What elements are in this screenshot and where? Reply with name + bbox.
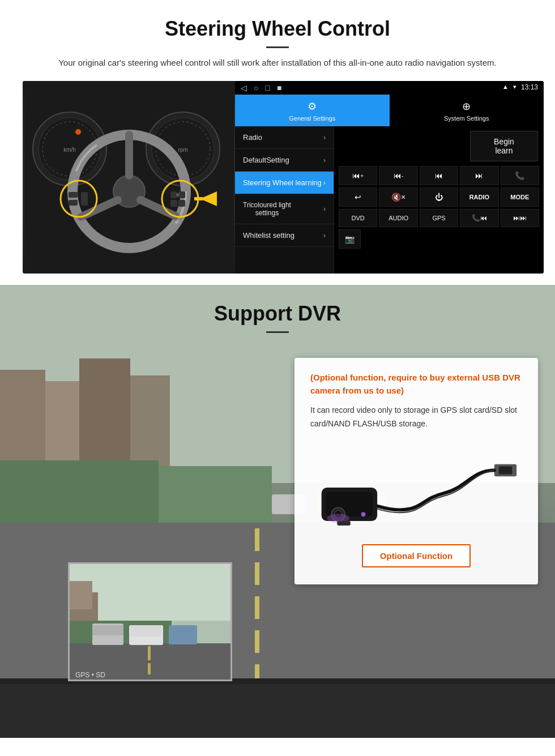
svg-rect-26 xyxy=(176,193,180,197)
svg-text:km/h: km/h xyxy=(63,147,76,153)
dvr-thumbnail-svg: GPS • SD xyxy=(70,564,232,681)
status-time: 13:13 xyxy=(521,83,538,92)
svg-rect-18 xyxy=(69,192,78,198)
wifi-icon: ▾ xyxy=(513,83,516,92)
svg-rect-28 xyxy=(194,197,203,200)
svg-rect-39 xyxy=(255,596,259,619)
svg-rect-65 xyxy=(92,625,123,635)
ctrl-audio[interactable]: AUDIO xyxy=(379,209,417,227)
menu-item-defaultsetting[interactable]: DefaultSetting › xyxy=(235,149,334,172)
svg-rect-59 xyxy=(70,581,92,609)
tab-general-label: General Settings xyxy=(289,115,335,122)
tab-general-settings[interactable]: ⚙ General Settings xyxy=(235,95,390,126)
dvr-camera-svg xyxy=(310,442,522,533)
menu-item-whitelist[interactable]: Whitelist setting › xyxy=(235,224,334,247)
svg-rect-20 xyxy=(81,192,88,206)
nav-icons: ◁ ○ □ ■ xyxy=(241,83,498,92)
ctrl-cam-row: 📷 xyxy=(336,229,541,249)
chevron-right-icon: › xyxy=(323,232,326,240)
ctrl-camera[interactable]: 📷 xyxy=(339,229,361,249)
ctrl-next-next[interactable]: ⏭⏭ xyxy=(501,209,539,227)
title-divider xyxy=(266,46,289,48)
ctrl-mute[interactable]: 🔇× xyxy=(379,187,417,207)
ctrl-dvd[interactable]: DVD xyxy=(339,209,377,227)
android-content: Radio › DefaultSetting › Steering Wheel … xyxy=(235,126,544,274)
menu-default-label: DefaultSetting xyxy=(243,156,289,164)
menu-icon: ■ xyxy=(277,83,281,92)
optional-function-container: Optional Function xyxy=(310,544,522,567)
ctrl-power[interactable]: ⏻ xyxy=(420,187,458,207)
svg-rect-55 xyxy=(337,521,351,526)
ctrl-prev-track[interactable]: ⏮ xyxy=(420,166,458,185)
back-icon: ◁ xyxy=(241,83,247,92)
svg-rect-19 xyxy=(69,200,78,206)
android-statusbar: ◁ ○ □ ■ ▲ ▾ 13:13 xyxy=(235,81,544,95)
steering-title: Steering Wheel Control xyxy=(23,17,532,41)
svg-rect-67 xyxy=(131,625,161,637)
svg-rect-45 xyxy=(0,681,555,738)
chevron-right-icon: › xyxy=(323,205,326,213)
menu-item-tricolour[interactable]: Tricoloured lightsettings › xyxy=(235,194,334,224)
optional-function-button[interactable]: Optional Function xyxy=(362,544,471,567)
steering-section: Steering Wheel Control Your original car… xyxy=(0,0,555,285)
svg-text:GPS • SD: GPS • SD xyxy=(75,671,105,679)
ctrl-grid-row3: DVD AUDIO GPS 📞⏮ ⏭⏭ xyxy=(336,209,541,227)
svg-text:rpm: rpm xyxy=(178,147,187,153)
ctrl-next-track[interactable]: ⏭ xyxy=(460,166,498,185)
svg-rect-24 xyxy=(170,200,177,207)
svg-rect-63 xyxy=(148,663,151,674)
ctrl-phone[interactable]: 📞 xyxy=(501,166,539,185)
steering-wheel-svg: km/h rpm xyxy=(24,81,234,274)
menu-steering-label: Steering Wheel learning xyxy=(243,178,322,187)
android-panel: ◁ ○ □ ■ ▲ ▾ 13:13 ⚙ General Settings ⊕ S… xyxy=(235,81,544,274)
tab-system-label: System Settings xyxy=(444,115,489,122)
dvr-thumbnail: GPS • SD xyxy=(68,562,232,681)
svg-rect-62 xyxy=(148,646,151,660)
begin-learn-row: Begin learn xyxy=(336,129,541,164)
tab-system-settings[interactable]: ⊕ System Settings xyxy=(390,95,544,126)
dvr-title: Support DVR xyxy=(0,302,555,326)
system-icon: ⊕ xyxy=(462,100,471,113)
dvr-section: Support DVR (Optional function, require … xyxy=(0,285,555,738)
begin-learn-button[interactable]: Begin learn xyxy=(470,131,538,161)
svg-rect-68 xyxy=(169,625,197,644)
signal-icon: ▲ xyxy=(502,83,509,92)
home-icon: ○ xyxy=(254,83,258,92)
ctrl-vol-up[interactable]: ⏮+ xyxy=(339,166,377,185)
svg-rect-48 xyxy=(499,466,513,474)
dvr-description: It can record video only to storage in G… xyxy=(310,404,522,431)
chevron-right-icon: › xyxy=(323,156,326,164)
ctrl-phone-prev[interactable]: 📞⏮ xyxy=(460,209,498,227)
chevron-right-icon: › xyxy=(323,134,326,142)
ctrl-mode[interactable]: MODE xyxy=(501,187,539,207)
ctrl-grid-row1: ⏮+ ⏮- ⏮ ⏭ 📞 xyxy=(336,166,541,185)
recents-icon: □ xyxy=(265,83,270,92)
menu-whitelist-label: Whitelist setting xyxy=(243,231,294,240)
android-menu: Radio › DefaultSetting › Steering Wheel … xyxy=(235,126,334,274)
ctrl-radio[interactable]: RADIO xyxy=(460,187,498,207)
steering-composite: km/h rpm xyxy=(23,81,544,274)
android-tabs: ⚙ General Settings ⊕ System Settings xyxy=(235,95,544,126)
chevron-right-icon: › xyxy=(323,179,326,187)
menu-item-steering-wheel[interactable]: Steering Wheel learning › xyxy=(235,172,334,194)
dvr-info-card: (Optional function, require to buy exter… xyxy=(294,358,538,584)
menu-item-radio[interactable]: Radio › xyxy=(235,126,334,149)
ctrl-vol-down[interactable]: ⏮- xyxy=(379,166,417,185)
android-main-content: Begin learn ⏮+ ⏮- ⏮ ⏭ 📞 ↩ 🔇× ⏻ xyxy=(334,126,544,274)
ctrl-grid-row2: ↩ 🔇× ⏻ RADIO MODE xyxy=(336,187,541,207)
svg-rect-40 xyxy=(255,630,259,653)
svg-point-53 xyxy=(361,512,366,516)
menu-radio-label: Radio xyxy=(243,133,262,142)
svg-rect-25 xyxy=(178,200,185,207)
dvr-title-area: Support DVR xyxy=(0,285,555,347)
gear-icon: ⚙ xyxy=(308,100,317,113)
ctrl-gps[interactable]: GPS xyxy=(420,209,458,227)
ctrl-back[interactable]: ↩ xyxy=(339,187,377,207)
dvr-divider xyxy=(266,331,289,333)
dvr-content: (Optional function, require to buy exter… xyxy=(0,347,555,584)
steering-photo: km/h rpm xyxy=(23,81,235,274)
dvr-camera-illustration xyxy=(310,442,522,533)
steering-description: Your original car's steering wheel contr… xyxy=(34,56,521,70)
svg-point-5 xyxy=(75,129,81,135)
optional-notice: (Optional function, require to buy exter… xyxy=(310,371,522,397)
